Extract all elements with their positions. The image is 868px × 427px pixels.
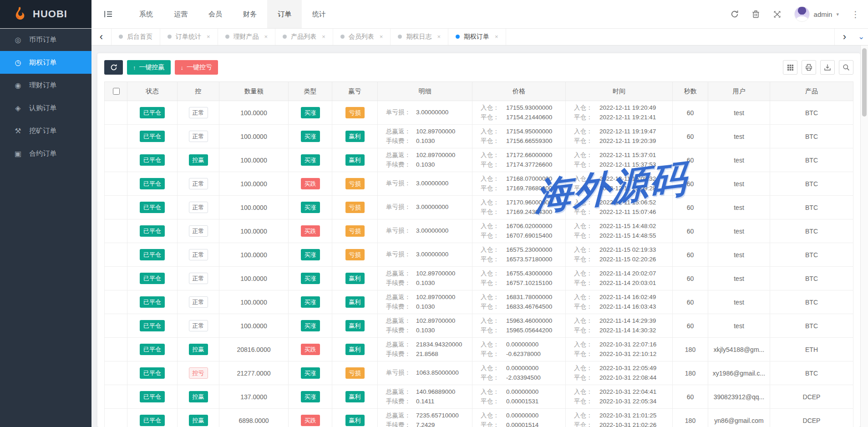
sidebar-item-合约订单[interactable]: ▣合约订单 [0,142,91,165]
export-icon[interactable] [820,60,835,75]
search-icon[interactable] [839,60,853,75]
control-badge[interactable]: 正常 [189,178,208,189]
time-cell: 入仓：2022-12-11 19:19:47平仓：2022-12-11 19:2… [566,125,673,148]
tab-期权日志[interactable]: 期权日志× [391,28,448,45]
kv-label: 平仓： [481,397,502,407]
col-header-时间: 时间 [566,82,673,101]
control-badge[interactable]: 正常 [189,296,208,308]
more-dots-icon[interactable]: ⋮ [851,10,860,19]
tab-label: 期权日志 [406,33,431,41]
control-cell: 控赢 [178,385,219,409]
tab-后台首页[interactable]: 后台首页 [112,28,160,45]
control-badge[interactable]: 控赢 [189,415,208,426]
control-badge[interactable]: 控赢 [189,391,208,402]
tab-close-icon[interactable]: × [437,33,441,40]
refresh-table-button[interactable] [104,60,123,75]
tab-dot-icon [225,35,229,39]
sidebar-item-认购订单[interactable]: ◈认购订单 [0,97,91,119]
control-badge[interactable]: 正常 [189,131,208,142]
nav-item-订单[interactable]: 订单 [267,0,302,28]
top-nav: 系统运营会员财务订单统计 admin [91,0,868,28]
tab-订单统计[interactable]: 订单统计× [160,28,218,45]
row-select-cell [105,385,127,409]
kv-line: 平仓：0.00001531 [481,397,538,407]
user-menu[interactable]: admin ▾ [794,6,839,22]
tab-close-icon[interactable]: × [207,33,210,40]
kv-label: 单亏损： [386,250,411,259]
seconds-cell: 60 [673,219,708,243]
kv-label: 平仓： [574,421,595,427]
select-all-checkbox[interactable] [113,88,120,95]
nav-item-统计[interactable]: 统计 [302,0,336,28]
product-cell: BTC [770,267,853,290]
arrow-up-icon: ↑ [133,64,136,71]
kv-label: 总赢返： [386,387,411,397]
tab-close-icon[interactable]: × [495,33,498,40]
control-badge[interactable]: 正常 [189,320,208,331]
sidebar-collapse-icon[interactable] [98,0,119,28]
control-badge[interactable]: 控赢 [189,344,208,355]
kv-value: 3.00000000 [416,108,448,117]
time-cell: 入仓：2022-10-31 22:07:16平仓：2022-10-31 22:1… [566,338,673,361]
tab-close-icon[interactable]: × [322,33,325,40]
tab-理财产品[interactable]: 理财产品× [218,28,276,45]
control-cell: 正常 [178,219,219,243]
scrollbar-thumb[interactable] [862,48,867,117]
product-cell: BTC [770,361,853,385]
kv-value: -0.62378000 [506,350,541,359]
kv-value: 17169.24304300 [506,208,552,217]
control-badge[interactable]: 正常 [189,107,208,118]
trash-icon[interactable] [751,10,761,19]
nav-item-系统[interactable]: 系统 [129,0,163,28]
print-icon[interactable] [802,60,816,75]
kv-line: 平仓：17174.37726600 [481,160,552,170]
tab-期权订单[interactable]: 期权订单× [448,28,506,45]
tab-close-icon[interactable]: × [380,33,383,40]
kv-value: 21834.94320000 [416,340,462,350]
refresh-icon[interactable] [730,10,739,19]
sidebar-item-期权订单[interactable]: ◷期权订单 [0,51,91,74]
tabs-scroll-left-icon[interactable]: ‹ [91,28,112,45]
kv-value: 2022-11-14 20:03:01 [599,279,656,288]
kv-value: 2022-12-11 15:37:01 [599,151,656,160]
force-loss-button[interactable]: ↓ 一键控亏 [175,60,218,75]
kv-label: 入仓： [481,411,502,421]
sidebar-item-币币订单[interactable]: ◎币币订单 [0,28,91,51]
nav-item-财务[interactable]: 财务 [233,0,267,28]
sidebar-item-挖矿订单[interactable]: ⚒挖矿订单 [0,119,91,142]
kv-line: 入仓：2022-11-15 14:48:02 [574,222,656,231]
kv-label: 手续费： [386,279,411,288]
status-badge: 已平仓 [140,320,165,331]
kv-label: 总赢返： [386,316,411,326]
vertical-scrollbar[interactable] [860,46,868,427]
tabs-scroll-right-icon[interactable]: › [834,28,854,45]
product-cell: BTC [770,219,853,243]
result-badge: 赢利 [345,391,365,402]
control-badge[interactable]: 正常 [189,225,208,237]
kv-line: 平仓：-0.62378000 [481,350,541,359]
control-badge[interactable]: 控赢 [189,154,208,166]
control-badge[interactable]: 控亏 [189,367,208,379]
kv-value: 15965.05644200 [506,326,552,336]
columns-icon[interactable] [783,60,797,75]
control-badge[interactable]: 正常 [189,249,208,260]
kv-label: 入仓： [574,245,595,255]
tab-会员列表[interactable]: 会员列表× [333,28,391,45]
tab-产品列表[interactable]: 产品列表× [275,28,333,45]
kv-value: 2022-11-14 14:30:32 [599,326,656,336]
sidebar-item-理财订单[interactable]: ◉理财订单 [0,74,91,97]
tab-close-icon[interactable]: × [264,33,268,40]
kv-label: 入仓： [574,364,595,373]
status-badge: 已平仓 [140,415,165,426]
status-cell: 已平仓 [127,172,178,196]
time-cell: 入仓：2022-11-14 14:29:39平仓：2022-11-14 14:3… [566,314,673,338]
tabs-menu-icon[interactable]: ⌄ [854,28,868,45]
force-win-button[interactable]: ↑ 一键控赢 [127,60,171,75]
control-badge[interactable]: 正常 [189,202,208,213]
nav-item-会员[interactable]: 会员 [198,0,233,28]
kv-label: 入仓： [574,103,595,113]
nav-item-运营[interactable]: 运营 [163,0,198,28]
control-badge[interactable]: 正常 [189,273,208,284]
fullscreen-icon[interactable] [773,10,782,19]
kv-value: 102.89700000 [416,127,455,137]
